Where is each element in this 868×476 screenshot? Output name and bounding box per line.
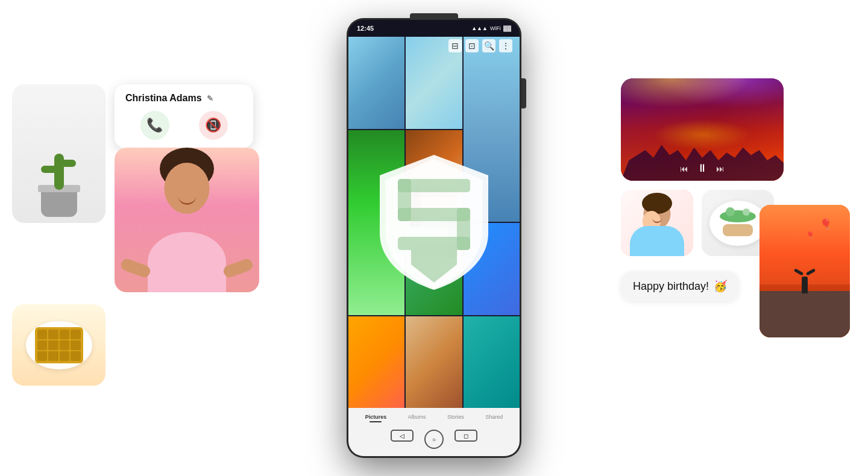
- edit-icon[interactable]: ✎: [207, 94, 213, 103]
- status-icons: ▲▲▲ WiFi ▓▓: [471, 25, 511, 31]
- grid-cell-10[interactable]: [464, 316, 520, 409]
- signal-icon: ▲▲▲: [471, 25, 488, 31]
- status-time: 12:45: [357, 25, 374, 32]
- balloon-small-icon: 🎈: [807, 231, 814, 238]
- phone-toolbar: ⊟ ⊡ 🔍 ⋮: [446, 37, 515, 55]
- accept-icon: 📞: [146, 117, 163, 133]
- cactus-photo: [12, 84, 105, 223]
- tab-albums[interactable]: Albums: [408, 414, 426, 422]
- mom-child-photo[interactable]: [621, 190, 693, 256]
- balloon-icon: 🎈: [820, 218, 832, 230]
- cast-icon[interactable]: ⊟: [448, 39, 462, 52]
- tab-pictures[interactable]: Pictures: [365, 414, 387, 422]
- phone-bottom-bar: Pictures Albums Stories Shared ◁: [348, 408, 520, 456]
- call-action-buttons: 📞 📵: [125, 111, 242, 140]
- grid-cell-1[interactable]: [348, 37, 404, 129]
- accept-call-button[interactable]: 📞: [140, 111, 169, 140]
- phone-device: 12:45 ▲▲▲ WiFi ▓▓ ⊟ ⊡ 🔍 ⋮: [347, 18, 521, 458]
- play-pause-icon[interactable]: ⏸: [697, 162, 708, 175]
- decline-call-button[interactable]: 📵: [199, 111, 228, 140]
- grid-cell-9[interactable]: [406, 316, 462, 409]
- decline-icon: 📵: [205, 117, 221, 133]
- back-button[interactable]: ◁: [391, 430, 414, 442]
- food-photo-left: [12, 304, 105, 386]
- selfie-photo: [115, 148, 259, 292]
- battery-icon: ▓▓: [503, 25, 511, 31]
- status-bar: 12:45 ▲▲▲ WiFi ▓▓: [348, 20, 520, 37]
- grid-cell-4[interactable]: [406, 130, 462, 222]
- more-options-icon[interactable]: ⋮: [499, 39, 512, 52]
- birthday-message[interactable]: Happy birthday! 🥳: [621, 271, 739, 301]
- concert-video-card[interactable]: ⏮ ⏸ ⏭: [621, 78, 784, 181]
- landscape-photo[interactable]: 🎈 🎈: [760, 205, 850, 337]
- tab-stories[interactable]: Stories: [447, 414, 464, 422]
- phone-tabs: Pictures Albums Stories Shared: [348, 408, 520, 425]
- grid-cell-6[interactable]: [406, 223, 462, 315]
- photo-grid: [348, 37, 520, 408]
- skip-forward-icon[interactable]: ⏭: [716, 164, 725, 174]
- birthday-emoji: 🥳: [714, 280, 727, 293]
- right-section: ⏮ ⏸ ⏭: [621, 78, 850, 301]
- birthday-text: Happy birthday!: [633, 280, 709, 293]
- grid-cell-5[interactable]: [464, 37, 520, 222]
- contact-name: Christina Adams: [125, 93, 202, 104]
- phone-screen: 12:45 ▲▲▲ WiFi ▓▓ ⊟ ⊡ 🔍 ⋮: [348, 20, 520, 456]
- grid-cell-7[interactable]: [464, 223, 520, 315]
- phone-side-button[interactable]: [521, 78, 526, 108]
- grid-cell-3[interactable]: [348, 130, 404, 315]
- call-notification-card[interactable]: Christina Adams ✎ 📞 📵: [115, 84, 253, 148]
- grid-cell-8[interactable]: [348, 316, 404, 409]
- phone-device-container: 12:45 ▲▲▲ WiFi ▓▓ ⊟ ⊡ 🔍 ⋮: [338, 0, 530, 476]
- left-section: Christina Adams ✎ 📞 📵: [12, 84, 289, 386]
- contact-name-display: Christina Adams ✎: [125, 93, 242, 104]
- skip-back-icon[interactable]: ⏮: [680, 164, 688, 174]
- crop-icon[interactable]: ⊡: [465, 39, 479, 52]
- active-tab-indicator: [370, 421, 382, 422]
- search-icon[interactable]: 🔍: [482, 39, 495, 52]
- home-button[interactable]: ○: [424, 430, 444, 449]
- recents-button[interactable]: ◻: [454, 430, 477, 442]
- tab-shared[interactable]: Shared: [485, 414, 503, 422]
- wifi-icon: WiFi: [490, 25, 501, 31]
- phone-navigation-buttons: ◁ ○ ◻: [348, 425, 520, 454]
